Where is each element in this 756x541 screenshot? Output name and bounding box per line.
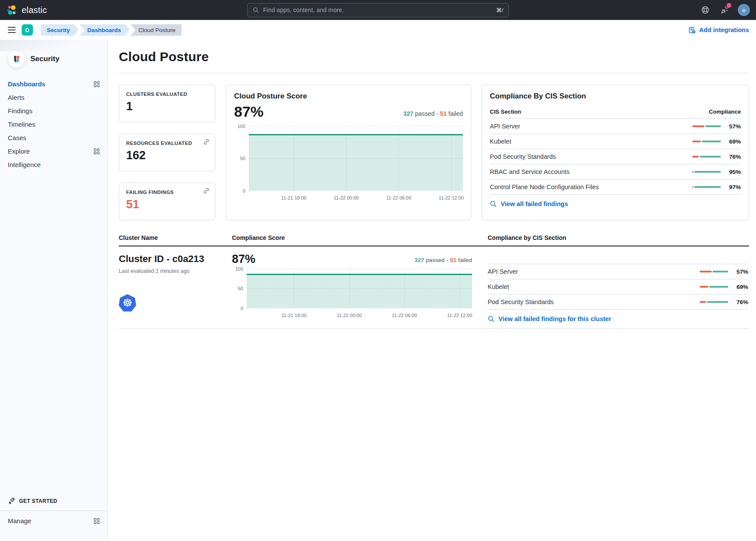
compliance-bar	[692, 171, 721, 173]
sidebar-item-explore[interactable]: Explore	[0, 144, 108, 158]
security-app-icon	[8, 50, 25, 68]
elastic-brand[interactable]: elastic	[6, 4, 47, 16]
compliance-value: 95%	[725, 169, 741, 175]
add-integrations-button[interactable]: Add integrations	[688, 26, 749, 34]
apps-grid-icon	[94, 81, 100, 87]
stat-label: RESOURCES EVALUATED	[126, 141, 208, 146]
sidebar-title: Security	[30, 55, 59, 63]
compliance-value: 76%	[733, 299, 748, 305]
cis-section-label: Kubelet	[488, 283, 509, 290]
sidebar-item-dashboards[interactable]: Dashboards	[0, 77, 108, 91]
compliance-value: 76%	[725, 154, 741, 160]
y-tick: 100	[235, 266, 243, 272]
compliance-bar	[692, 186, 721, 188]
x-tick: 11-21 18:00	[281, 195, 306, 200]
global-search[interactable]: ⌘/	[247, 3, 509, 17]
sidebar-item-label: Findings	[8, 107, 33, 115]
column-header-section: CIS Section	[490, 108, 521, 115]
cis-section-label: API Server	[490, 123, 520, 130]
passed-count: 327	[403, 110, 413, 117]
security-sidebar: Security Dashboards Alerts Findings Time…	[0, 40, 108, 541]
sidebar-item-intelligence[interactable]: Intelligence	[0, 158, 108, 171]
breadcrumb-dashboards[interactable]: Dashboards	[79, 24, 130, 36]
benchmarks-table: Cluster Name Compliance Score Compliance…	[119, 234, 749, 329]
stats-column: CLUSTERS EVALUATED 1 RESOURCES EVALUATED…	[119, 85, 215, 220]
view-failed-findings-cluster-link[interactable]: View all failed findings for this cluste…	[488, 310, 748, 322]
failed-count: 51	[450, 257, 456, 263]
cis-section-label: Control Plane Node Configuration Files	[490, 184, 599, 190]
page-title: Cloud Posture	[119, 49, 749, 64]
chart-plot-area	[247, 269, 472, 308]
sidebar-item-alerts[interactable]: Alerts	[0, 91, 108, 104]
apps-grid-icon	[94, 148, 100, 154]
cluster-cis-cell: API Server 57% Kubelet 69%	[488, 253, 749, 322]
failing-findings-card: FAILING FINDINGS 51	[119, 183, 215, 220]
sidebar-item-cases[interactable]: Cases	[0, 131, 108, 144]
breadcrumb: Security Dashboards Cloud Posture	[41, 24, 182, 36]
compliance-value: 57%	[733, 269, 748, 275]
cis-section-label: API Server	[488, 268, 518, 275]
space-badge[interactable]: D	[22, 24, 33, 36]
menu-toggle-button[interactable]	[7, 25, 16, 35]
breadcrumb-security[interactable]: Security	[41, 24, 78, 36]
link-icon[interactable]	[203, 138, 210, 145]
score-area-series	[247, 274, 472, 308]
sidebar-item-findings[interactable]: Findings	[0, 104, 108, 118]
compliance-bar	[692, 156, 721, 157]
search-icon	[253, 7, 259, 13]
cis-section-label: Kubelet	[490, 138, 511, 145]
help-button[interactable]	[700, 4, 711, 16]
sidebar-item-timelines[interactable]: Timelines	[0, 118, 108, 131]
sidebar-item-label: Explore	[8, 148, 30, 155]
x-tick: 11-22 06:00	[386, 195, 411, 200]
search-shortcut-hint: ⌘/	[496, 7, 503, 13]
manage-label: Manage	[8, 517, 31, 525]
view-all-failed-findings-link[interactable]: View all failed findings	[490, 195, 741, 207]
clusters-evaluated-card: CLUSTERS EVALUATED 1	[119, 85, 215, 122]
posture-score-chart: 100 50 0	[234, 126, 463, 191]
cluster-score-chart: 100 50 0	[232, 269, 472, 308]
cluster-passed-failed-summary: 327 passed - 51 failed	[414, 257, 472, 265]
breadcrumb-cloud-posture: Cloud Posture	[130, 24, 182, 36]
cis-section-label: Pod Security Standards	[490, 153, 556, 160]
sidebar-divider	[0, 511, 108, 511]
cis-row: API Server 57%	[488, 264, 748, 279]
compliance-bar	[692, 141, 721, 142]
compliance-bar	[692, 125, 721, 127]
cis-row: Kubelet 69%	[490, 134, 741, 149]
cluster-score-value: 87%	[232, 253, 255, 265]
sidebar-item-label: Alerts	[8, 94, 24, 101]
compliance-value: 69%	[733, 284, 748, 290]
notification-dot	[727, 3, 731, 8]
sidebar-footer: GET STARTED Manage	[0, 493, 108, 541]
failed-label: failed	[458, 257, 472, 263]
magnifier-icon	[490, 200, 497, 207]
user-avatar[interactable]: e	[738, 4, 750, 16]
column-header-compliance-score: Compliance Score	[232, 234, 488, 241]
get-started-button[interactable]: GET STARTED	[0, 493, 108, 511]
score-card-title: Cloud Posture Score	[234, 92, 463, 101]
sidebar-nav: Dashboards Alerts Findings Timelines Cas…	[0, 77, 108, 171]
news-feed-button[interactable]	[719, 4, 730, 16]
cluster-name-cell: Cluster ID - c0a213 Last evaluated 2 min…	[119, 253, 232, 322]
chart-x-axis: 11-21 18:00 11-22 00:00 11-22 06:00 11-2…	[249, 193, 463, 203]
search-input[interactable]	[263, 7, 492, 13]
rocket-icon	[8, 498, 15, 505]
cis-row: Control Plane Node Configuration Files 9…	[490, 180, 741, 195]
link-icon[interactable]	[203, 187, 210, 194]
y-tick: 50	[240, 156, 245, 161]
sidebar-header: Security	[0, 47, 108, 77]
chart-x-axis: 11-21 18:00 11-22 00:00 11-22 06:00 11-2…	[247, 311, 472, 321]
failed-count: 51	[440, 110, 447, 117]
sidebar-item-label: Cases	[8, 134, 26, 141]
sidebar-item-manage[interactable]: Manage	[0, 514, 108, 528]
compliance-bar	[700, 286, 728, 288]
cis-section-label: RBAC and Service Accounts	[490, 168, 570, 175]
compliance-value: 57%	[725, 123, 741, 130]
y-tick: 0	[243, 188, 245, 193]
compliance-by-cis-card: Compliance By CIS Section CIS Section Co…	[482, 85, 749, 220]
cluster-row: Cluster ID - c0a213 Last evaluated 2 min…	[119, 246, 749, 329]
passed-count: 327	[414, 257, 424, 263]
compliance-value: 69%	[725, 138, 741, 145]
compliance-value: 97%	[725, 184, 741, 190]
